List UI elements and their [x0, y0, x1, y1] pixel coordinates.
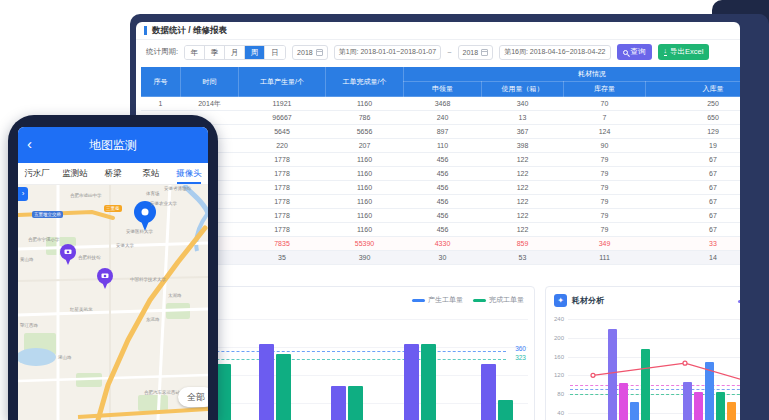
query-button[interactable]: 查询 — [617, 44, 652, 60]
table-row: 2202071103989019 — [141, 139, 741, 153]
start-year-select[interactable]: 2018 — [292, 45, 328, 60]
cell: 11921 — [239, 97, 326, 111]
period-option-月[interactable]: 月 — [225, 46, 245, 59]
cell: 1778 — [239, 223, 326, 237]
period-option-季[interactable]: 季 — [205, 46, 225, 59]
cell: 79 — [564, 167, 646, 181]
cell: 122 — [482, 209, 564, 223]
map-label: 东流路 — [146, 317, 160, 322]
cell: 96667 — [239, 111, 326, 125]
charts-row: 产生工单量 完成工单量 360 323 — [136, 286, 740, 420]
cell: 456 — [404, 195, 482, 209]
end-week-value: 第16周: 2018-04-16~2018-04-22 — [504, 47, 605, 57]
period-segment: 年季月周日 — [184, 45, 286, 60]
consumable-bar — [727, 402, 736, 420]
end-year-select[interactable]: 2018 — [458, 45, 494, 60]
tab-污水厂[interactable]: 污水厂 — [18, 163, 56, 184]
cell: 67 — [646, 195, 741, 209]
cell: 1 — [141, 97, 181, 111]
consumables-chart-header: ✦ 耗材分析 — [554, 294, 604, 307]
cell: 67 — [646, 209, 741, 223]
cell: 456 — [404, 153, 482, 167]
total-row: 合计783555390433085934933 — [141, 237, 741, 251]
cell: 30 — [404, 251, 482, 265]
cell: 1778 — [239, 167, 326, 181]
phone-header: ‹ 地图监测 — [18, 127, 208, 163]
cell: 122 — [482, 195, 564, 209]
screenshot-stage: 数据统计 / 维修报表 统计周期: 年季月周日 2018 第1周: 2018-0… — [0, 0, 769, 420]
col-header-sub-0: 申领量 — [404, 82, 482, 97]
export-excel-button[interactable]: ↓ 导出Excel — [658, 44, 710, 60]
legend-swatch — [473, 299, 486, 302]
map-label: 合肥科技馆 — [78, 255, 101, 260]
road-badge: 三里庵 — [104, 205, 122, 212]
table-row: 177811604561227967 — [141, 209, 741, 223]
analysis-icon: ✦ — [554, 294, 567, 307]
end-year-value: 2018 — [463, 49, 479, 56]
consumable-bar — [608, 329, 617, 420]
cell: 79 — [564, 153, 646, 167]
cell: 79 — [564, 223, 646, 237]
cell: 340 — [482, 97, 564, 111]
ref-label-360: 360 — [515, 345, 526, 352]
cell: 19 — [646, 139, 741, 153]
y-tick: 80 — [548, 391, 564, 397]
tab-摄像头[interactable]: 摄像头 — [170, 163, 208, 184]
ref-line — [570, 394, 740, 395]
gridline — [568, 338, 740, 339]
phone: ‹ 地图监测 污水厂监测站桥梁泵站摄像头 — [8, 115, 218, 420]
cell: 349 — [564, 237, 646, 251]
phone-tabs: 污水厂监测站桥梁泵站摄像头 — [18, 163, 208, 185]
table-row: 96667786240137650 — [141, 111, 741, 125]
expand-panel-button[interactable]: › — [18, 187, 28, 201]
period-option-日[interactable]: 日 — [265, 46, 285, 59]
period-option-年[interactable]: 年 — [185, 46, 205, 59]
all-filter-button[interactable]: 全部 — [178, 387, 208, 407]
cell: 7 — [564, 111, 646, 125]
cell: 859 — [482, 237, 564, 251]
back-icon[interactable]: ‹ — [27, 135, 32, 153]
cell: 1160 — [326, 153, 404, 167]
cell: 55390 — [326, 237, 404, 251]
tab-泵站[interactable]: 泵站 — [132, 163, 170, 184]
start-week-input[interactable]: 第1周: 2018-01-01~2018-01-07 — [334, 45, 441, 60]
bar-产生工单量-3 — [331, 386, 346, 420]
tab-监测站[interactable]: 监测站 — [56, 163, 94, 184]
cell: 390 — [326, 251, 404, 265]
start-week-value: 第1周: 2018-01-01~2018-01-07 — [339, 47, 436, 57]
map-label: 安徽农业大学 — [150, 201, 177, 206]
cell: 79 — [564, 209, 646, 223]
col-header-no: 序号 — [141, 67, 181, 97]
breadcrumb: 数据统计 / 维修报表 — [152, 25, 227, 37]
cell: 1778 — [239, 153, 326, 167]
ref-line — [570, 389, 740, 390]
legend-item-created: 产生工单量 — [412, 295, 463, 305]
map-label: 黄山路 — [20, 257, 34, 262]
gridline — [568, 319, 740, 320]
table-row: 56455656897367124129 — [141, 125, 741, 139]
cell: 456 — [404, 181, 482, 195]
dashboard-panel: 数据统计 / 维修报表 统计周期: 年季月周日 2018 第1周: 2018-0… — [136, 22, 740, 420]
cell: 13 — [482, 111, 564, 125]
cell: 1160 — [326, 209, 404, 223]
end-week-input[interactable]: 第16周: 2018-04-16~2018-04-22 — [499, 45, 610, 60]
gridline — [568, 375, 740, 376]
cell: 5645 — [239, 125, 326, 139]
map-label: 体育场 — [146, 191, 160, 196]
download-icon: ↓ — [664, 48, 668, 56]
cell: 1160 — [326, 167, 404, 181]
map-canvas[interactable]: 合肥市琥珀中学体育场安徽农业大学安徽省博物馆安徽医科大学合肥市宁溪小学安徽大学合… — [18, 185, 208, 420]
col-header-completed: 工单完成量/个 — [326, 67, 404, 97]
period-option-周[interactable]: 周 — [245, 46, 265, 59]
table-row: 177811604561227967 — [141, 223, 741, 237]
cell: 67 — [646, 223, 741, 237]
cell: 786 — [326, 111, 404, 125]
cell: 4330 — [404, 237, 482, 251]
cell: 110 — [404, 139, 482, 153]
tab-桥梁[interactable]: 桥梁 — [94, 163, 132, 184]
camera-pin[interactable] — [60, 244, 76, 265]
cell: 1160 — [326, 97, 404, 111]
cell: 90 — [564, 139, 646, 153]
cell: 79 — [564, 195, 646, 209]
legend-swatch-cut — [738, 300, 740, 303]
